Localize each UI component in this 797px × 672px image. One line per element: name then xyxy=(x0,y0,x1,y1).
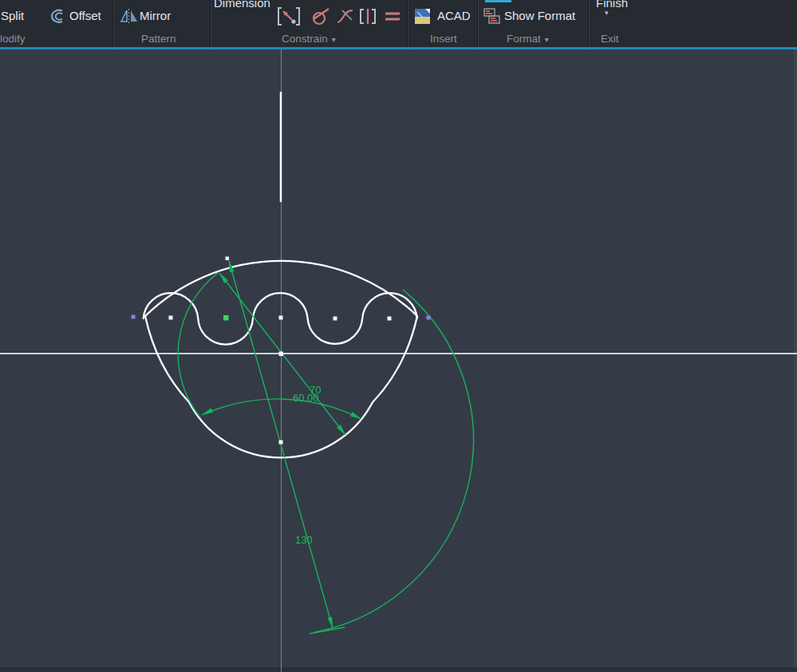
sketch-point-purple[interactable] xyxy=(132,315,136,319)
chevron-down-icon: ▾ xyxy=(545,35,549,44)
sketch-canvas[interactable]: 60.00 70 130 xyxy=(0,49,797,672)
sketch-point[interactable] xyxy=(169,316,173,320)
sketch-point[interactable] xyxy=(333,317,337,321)
dimension-text-radius-130[interactable]: 130 xyxy=(295,534,313,546)
chevron-down-icon: ▾ xyxy=(332,35,336,44)
acad-file-icon xyxy=(413,7,432,26)
equal-constraint-icon[interactable] xyxy=(384,10,401,22)
ribbon-toolbar: Split Offset lodify Mirror Pattern Dimen… xyxy=(0,0,797,49)
smooth-constraint-icon[interactable] xyxy=(336,7,355,26)
panel-separator xyxy=(477,0,478,47)
panel-label-exit: Exit xyxy=(601,33,619,45)
sketch-point[interactable] xyxy=(279,441,283,445)
chevron-down-icon[interactable]: ▾ xyxy=(605,9,609,17)
show-format-icon xyxy=(483,7,502,26)
panel-label-pattern: Pattern xyxy=(141,33,176,45)
cyan-highlight-mark xyxy=(485,0,511,2)
sketch-svg: 60.00 70 130 xyxy=(0,49,797,672)
sketch-point[interactable] xyxy=(388,317,392,321)
sketch-point-purple[interactable] xyxy=(427,316,431,320)
sketch-point[interactable] xyxy=(279,316,283,320)
bottom-window-edge xyxy=(0,667,797,672)
finish-sketch-button[interactable]: Finish xyxy=(596,0,628,10)
offset-button[interactable]: Offset xyxy=(69,9,101,23)
arrowhead-icon xyxy=(350,412,361,419)
acad-button[interactable]: ACAD xyxy=(437,9,471,23)
panel-separator xyxy=(588,0,589,47)
arrowhead-icon xyxy=(202,408,213,415)
symmetric-constraint-icon[interactable] xyxy=(358,7,377,26)
split-button[interactable]: Split xyxy=(1,9,24,23)
show-format-button[interactable]: Show Format xyxy=(504,9,575,23)
offset-icon xyxy=(46,9,66,24)
mirror-button[interactable]: Mirror xyxy=(140,9,171,23)
sketch-point[interactable] xyxy=(226,257,230,261)
panel-separator xyxy=(112,0,113,47)
tangent-constraint-icon[interactable] xyxy=(311,7,330,26)
radius-130-extension-arc[interactable] xyxy=(315,290,473,632)
panel-separator xyxy=(210,0,211,47)
origin-point[interactable] xyxy=(279,352,284,357)
panel-dropdown-format[interactable]: Format▾ xyxy=(507,33,549,45)
right-window-edge xyxy=(794,49,797,672)
dimension-text-radius-70[interactable]: 70 xyxy=(310,384,321,396)
panel-label-modify: lodify xyxy=(0,33,26,45)
panel-label-insert: Insert xyxy=(430,33,457,45)
panel-separator xyxy=(407,0,408,47)
ribbon-accent-line xyxy=(0,47,797,49)
sketch-point-selected[interactable] xyxy=(223,315,229,321)
panel-dropdown-constrain[interactable]: Constrain▾ xyxy=(282,33,336,45)
panel-label-constrain: Constrain xyxy=(282,33,328,45)
mirror-icon xyxy=(120,8,138,24)
coincident-constraint-icon[interactable] xyxy=(276,6,302,26)
dimension-tick xyxy=(310,627,345,634)
arrowhead-icon xyxy=(327,617,333,628)
panel-label-format: Format xyxy=(507,33,541,45)
dimension-button[interactable]: Dimension xyxy=(214,0,270,10)
